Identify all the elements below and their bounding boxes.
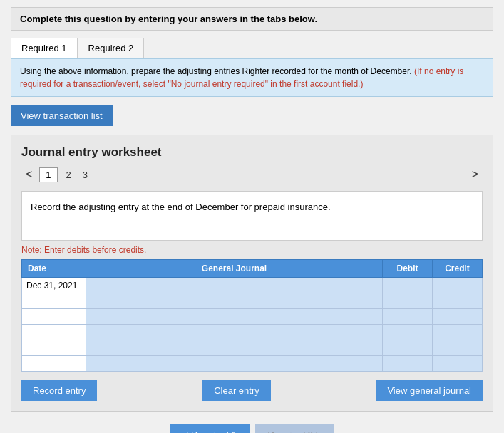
table-row (22, 309, 483, 325)
info-box: Using the above information, prepare the… (11, 58, 493, 97)
view-transaction-button[interactable]: View transaction list (11, 105, 113, 126)
page-num-2[interactable]: 2 (61, 168, 77, 182)
debit-cell-4[interactable] (383, 325, 433, 340)
credit-cell-2[interactable] (433, 293, 483, 309)
description-text: Record the adjusting entry at the end of… (31, 202, 331, 212)
journal-table: Date General Journal Debit Credit Dec 31… (21, 259, 483, 372)
record-entry-button[interactable]: Record entry (21, 380, 97, 401)
debit-cell-1[interactable] (383, 278, 433, 293)
worksheet-container: Journal entry worksheet < 1 2 3 > Record… (11, 135, 493, 412)
debit-input-5[interactable] (383, 341, 432, 355)
credit-input-3[interactable] (433, 310, 482, 324)
debit-input-6[interactable] (383, 357, 432, 371)
tab-required2[interactable]: Required 2 (78, 38, 145, 58)
credit-input-6[interactable] (433, 357, 482, 371)
tab-required1[interactable]: Required 1 (11, 38, 78, 58)
credit-input-5[interactable] (433, 341, 482, 355)
instruction-text: Complete this question by entering your … (20, 14, 317, 24)
col-header-credit: Credit (433, 260, 483, 278)
tabs-row: Required 1 Required 2 (11, 38, 493, 58)
general-cell-4[interactable] (86, 325, 383, 340)
table-row (22, 356, 483, 372)
credit-input-1[interactable] (433, 278, 482, 293)
date-cell-2 (22, 293, 86, 309)
page-num-1[interactable]: 1 (39, 167, 57, 182)
general-input-4[interactable] (86, 325, 382, 340)
general-input-5[interactable] (86, 341, 382, 355)
credit-input-4[interactable] (433, 325, 482, 340)
date-cell-1: Dec 31, 2021 (22, 278, 86, 293)
general-cell-6[interactable] (86, 356, 383, 372)
worksheet-title: Journal entry worksheet (21, 145, 483, 160)
next-page-arrow[interactable]: > (468, 167, 483, 182)
table-row (22, 340, 483, 356)
date-cell-3 (22, 309, 86, 325)
col-header-general: General Journal (86, 260, 383, 278)
general-input-6[interactable] (86, 357, 382, 371)
credit-cell-6[interactable] (433, 356, 483, 372)
pagination-row: < 1 2 3 > (21, 167, 483, 182)
note-text: Note: Enter debits before credits. (21, 245, 483, 255)
info-main-text: Using the above information, prepare the… (20, 66, 412, 76)
description-box: Record the adjusting entry at the end of… (21, 191, 483, 241)
nav-required1-button[interactable]: < Required 1 (170, 424, 250, 433)
general-input-1[interactable] (86, 278, 382, 293)
clear-entry-button[interactable]: Clear entry (202, 380, 271, 401)
table-row (22, 293, 483, 309)
general-cell-2[interactable] (86, 293, 383, 309)
debit-cell-6[interactable] (383, 356, 433, 372)
view-general-journal-button[interactable]: View general journal (376, 380, 483, 401)
date-cell-4 (22, 325, 86, 340)
general-input-3[interactable] (86, 310, 382, 324)
debit-input-3[interactable] (383, 310, 432, 324)
col-header-debit: Debit (383, 260, 433, 278)
bottom-buttons: Record entry Clear entry View general jo… (21, 380, 483, 401)
debit-cell-5[interactable] (383, 340, 433, 356)
general-input-2[interactable] (86, 294, 382, 308)
credit-input-2[interactable] (433, 294, 482, 308)
page-num-3[interactable]: 3 (77, 168, 93, 182)
table-row (22, 325, 483, 340)
credit-cell-4[interactable] (433, 325, 483, 340)
debit-cell-2[interactable] (383, 293, 433, 309)
credit-cell-5[interactable] (433, 340, 483, 356)
credit-cell-3[interactable] (433, 309, 483, 325)
date-cell-6 (22, 356, 86, 372)
general-cell-1[interactable] (86, 278, 383, 293)
nav-required2-button: Required 2 > (255, 424, 334, 433)
debit-input-4[interactable] (383, 325, 432, 340)
general-cell-3[interactable] (86, 309, 383, 325)
instruction-bar: Complete this question by entering your … (11, 7, 493, 31)
col-header-date: Date (22, 260, 86, 278)
general-cell-5[interactable] (86, 340, 383, 356)
debit-input-2[interactable] (383, 294, 432, 308)
prev-page-arrow[interactable]: < (21, 167, 36, 182)
table-row: Dec 31, 2021 (22, 278, 483, 293)
credit-cell-1[interactable] (433, 278, 483, 293)
debit-input-1[interactable] (383, 278, 432, 293)
date-cell-5 (22, 340, 86, 356)
debit-cell-3[interactable] (383, 309, 433, 325)
nav-bottom: < Required 1 Required 2 > (11, 424, 493, 433)
